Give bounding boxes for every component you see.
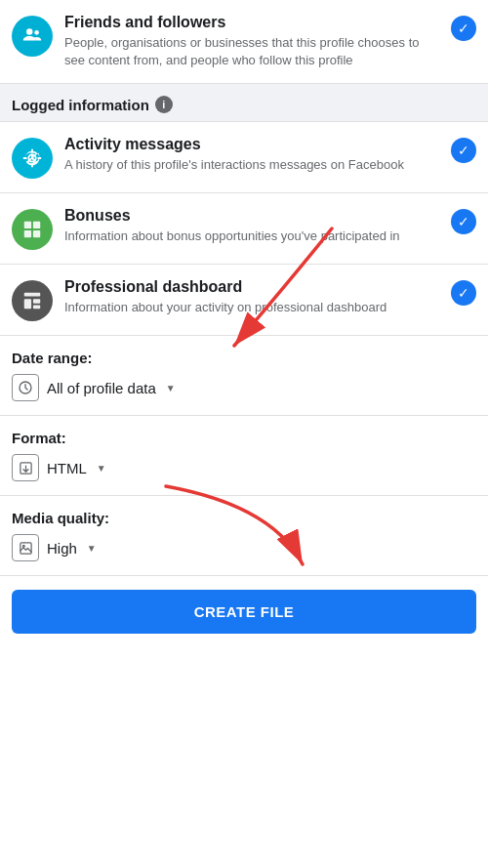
svg-rect-10 — [33, 306, 40, 310]
media-quality-dropdown[interactable]: High ▼ — [12, 534, 476, 561]
bonuses-content: Bonuses Information about bonus opportun… — [64, 207, 443, 245]
activity-messages-icon — [12, 138, 53, 179]
check-circle-2: ✓ — [451, 138, 476, 163]
date-range-wrapper: Date range: All of profile data ▼ — [0, 336, 488, 416]
svg-rect-6 — [33, 230, 40, 237]
clock-icon — [12, 374, 39, 401]
svg-point-0 — [26, 28, 32, 34]
friends-followers-check[interactable]: ✓ — [451, 16, 476, 41]
media-quality-row: Media quality: High ▼ — [0, 496, 488, 576]
media-quality-label: Media quality: — [12, 510, 476, 526]
format-label: Format: — [12, 430, 476, 446]
logged-information-header: Logged information i — [0, 84, 488, 122]
date-range-value: All of profile data — [47, 380, 156, 396]
create-file-button[interactable]: CREATE FILE — [12, 590, 476, 634]
svg-rect-4 — [33, 222, 40, 228]
logged-info-title: Logged information — [12, 97, 149, 113]
bonuses-desc: Information about bonus opportunities yo… — [64, 227, 443, 245]
svg-point-15 — [22, 545, 24, 547]
friends-followers-desc: People, organisations or businesses that… — [64, 34, 443, 69]
friends-followers-item: Friends and followers People, organisati… — [0, 0, 488, 84]
bonuses-icon — [12, 209, 53, 250]
friends-followers-content: Friends and followers People, organisati… — [64, 14, 443, 69]
date-range-label: Date range: — [12, 350, 476, 366]
activity-messages-item: Activity messages A history of this prof… — [0, 122, 488, 193]
activity-messages-title: Activity messages — [64, 136, 443, 153]
format-dropdown[interactable]: HTML ▼ — [12, 454, 476, 481]
download-icon — [12, 454, 39, 481]
info-icon[interactable]: i — [155, 96, 173, 113]
friends-followers-icon — [12, 16, 53, 57]
check-circle-3: ✓ — [451, 209, 476, 234]
professional-dashboard-desc: Information about your activity on profe… — [64, 299, 443, 316]
professional-dashboard-item: Professional dashboard Information about… — [0, 265, 488, 336]
media-quality-value: High — [47, 540, 77, 557]
image-icon — [12, 534, 39, 561]
svg-rect-5 — [24, 230, 31, 237]
activity-messages-check[interactable]: ✓ — [451, 138, 476, 163]
format-row: Format: HTML ▼ — [0, 416, 488, 496]
professional-dashboard-icon — [12, 280, 53, 321]
bonuses-check[interactable]: ✓ — [451, 209, 476, 234]
bonuses-item: Bonuses Information about bonus opportun… — [0, 193, 488, 265]
date-range-dropdown[interactable]: All of profile data ▼ — [12, 374, 476, 401]
activity-messages-desc: A history of this profile's interactions… — [64, 156, 443, 174]
professional-dashboard-check[interactable]: ✓ — [451, 280, 476, 306]
svg-rect-9 — [33, 300, 40, 305]
svg-rect-3 — [24, 222, 31, 228]
media-quality-wrapper: Media quality: High ▼ — [0, 496, 488, 576]
check-circle: ✓ — [451, 16, 476, 41]
svg-point-1 — [34, 30, 39, 35]
media-quality-chevron: ▼ — [87, 543, 97, 554]
date-range-chevron: ▼ — [166, 383, 176, 393]
create-file-section: CREATE FILE — [0, 590, 488, 634]
professional-dashboard-title: Professional dashboard — [64, 278, 443, 296]
svg-rect-8 — [24, 300, 31, 310]
date-range-row: Date range: All of profile data ▼ — [0, 336, 488, 416]
format-chevron: ▼ — [97, 463, 106, 474]
format-value: HTML — [47, 460, 87, 476]
friends-followers-title: Friends and followers — [64, 14, 443, 31]
professional-dashboard-content: Professional dashboard Information about… — [64, 278, 443, 316]
bonuses-title: Bonuses — [64, 207, 443, 225]
check-circle-4: ✓ — [451, 280, 476, 306]
svg-rect-7 — [24, 293, 41, 297]
activity-messages-content: Activity messages A history of this prof… — [64, 136, 443, 174]
